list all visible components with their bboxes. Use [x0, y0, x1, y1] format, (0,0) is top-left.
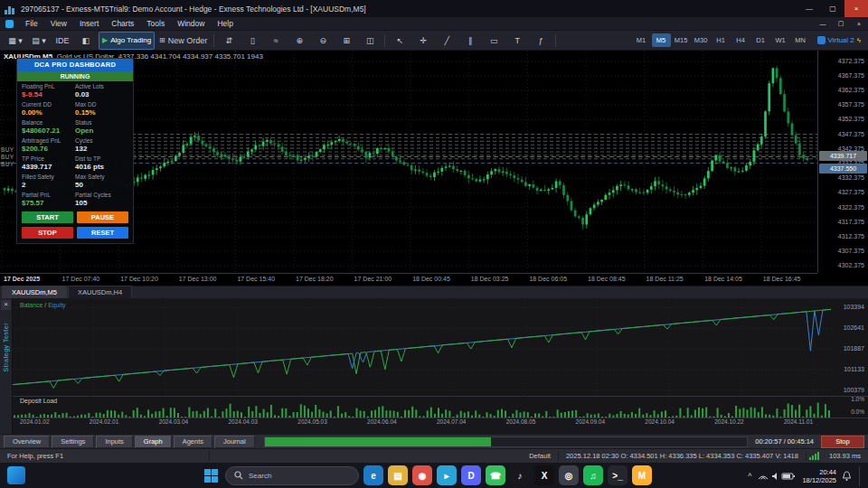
start-button[interactable]: START [22, 211, 73, 223]
mt5-window: 297065137 - Exness-MT5Trial9: Demo Accou… [0, 0, 868, 488]
search-input[interactable]: Search [225, 466, 359, 485]
child-restore-button[interactable]: ▢ [832, 17, 850, 30]
pause-button[interactable]: PAUSE [77, 211, 128, 223]
zoom-in-button[interactable]: ⊕ [288, 33, 310, 49]
trendline-button[interactable]: ╱ [436, 33, 458, 49]
dashboard-field-label: Max DD [75, 101, 128, 108]
line-chart-button[interactable]: ≈ [265, 33, 287, 49]
timeframe-h1[interactable]: H1 [712, 33, 731, 47]
price-axis[interactable]: 4372.3754367.3754362.3754357.3754352.375… [817, 51, 868, 273]
show-desktop-strip[interactable] [859, 466, 863, 486]
grid-button[interactable]: ⊞ [335, 33, 357, 49]
taskbar-app-obs[interactable]: ◎ [559, 465, 579, 485]
metaeditor-button[interactable]: ◧ [75, 33, 97, 49]
tester-graph-area[interactable]: Balance / Equity Deposit Load 1.0% 0.0% … [13, 298, 868, 434]
menu-insert[interactable]: Insert [73, 17, 105, 30]
taskbar-app-edge[interactable]: e [363, 465, 383, 485]
status-bar: For Help, press F1 Default 2025.12.18 02… [0, 448, 868, 462]
time-label: 18 Dec 06:05 [529, 276, 567, 282]
crosshair-button[interactable]: ✛ [412, 33, 434, 49]
start-button-windows[interactable] [201, 465, 221, 485]
new-order-button[interactable]: ⊞New Order [156, 33, 210, 49]
notifications-bell-icon[interactable] [842, 471, 852, 482]
tester-tab-graph[interactable]: Graph [135, 436, 172, 448]
tester-tab-inputs[interactable]: Inputs [96, 436, 132, 448]
tester-tab-agents[interactable]: Agents [174, 436, 212, 448]
new-order-button-label: New Order [168, 36, 208, 45]
menu-charts[interactable]: Charts [105, 17, 140, 30]
taskbar-app-folder[interactable]: ▤ [388, 465, 408, 485]
tester-tab-bar: OverviewSettingsInputsGraphAgentsJournal… [0, 434, 868, 448]
taskbar-app-spotify[interactable]: ♫ [583, 465, 603, 485]
menu-file[interactable]: File [19, 17, 44, 30]
algo-trading-button[interactable]: ▶Algo Trading [99, 32, 155, 50]
taskbar-app-telegram[interactable]: ▸ [437, 465, 457, 485]
taskbar-app-x[interactable]: X [534, 465, 554, 485]
channel-button[interactable]: ∥ [459, 33, 481, 49]
price-label: 4367.375 [838, 72, 864, 79]
taskbar-app-tiktok[interactable]: ♪ [510, 465, 530, 485]
menu-logo-icon [5, 20, 14, 28]
tray-system-icons[interactable] [757, 471, 797, 482]
menu-window[interactable]: Window [171, 17, 211, 30]
new-chart-button[interactable]: ▦ ▾ [5, 33, 26, 49]
timeframe-w1[interactable]: W1 [771, 33, 790, 47]
taskbar-app-mt5[interactable]: M [632, 465, 652, 485]
deposit-load-label: Deposit Load [20, 398, 57, 404]
tester-tab-journal[interactable]: Journal [214, 436, 255, 448]
chart-window[interactable]: XAUUSDm,M5 Gold vs US Dollar 4337.336 43… [0, 51, 868, 286]
close-tester-button[interactable]: × [1, 300, 11, 310]
ide-button[interactable]: IDE [52, 33, 73, 49]
maximize-button[interactable]: ▢ [821, 0, 844, 17]
dashboard-cell: Arbitraged PnL$200.76 [22, 137, 75, 153]
candle-chart-button[interactable]: ▯ [241, 33, 263, 49]
shapes-button[interactable]: ▭ [483, 33, 505, 49]
taskbar-app-discord[interactable]: D [461, 465, 481, 485]
taskbar-app-terminal[interactable]: >_ [608, 465, 627, 485]
mt5-logo-icon [5, 4, 15, 14]
legend-balance: Balance [20, 302, 42, 308]
taskbar-clock[interactable]: 20:44 18/12/2025 [802, 468, 836, 484]
time-label: 17 Dec 07:40 [62, 276, 100, 282]
tray-chevron-icon[interactable]: ^ [748, 472, 751, 481]
widgets-icon[interactable] [7, 466, 25, 484]
menu-help[interactable]: Help [211, 17, 239, 30]
profile-name[interactable]: Default [522, 451, 559, 461]
bar-chart-button[interactable]: ⇵ [218, 33, 240, 49]
child-close-button[interactable]: × [850, 17, 868, 30]
tester-tab-overview[interactable]: Overview [4, 436, 50, 448]
timeframe-mn[interactable]: MN [791, 33, 810, 47]
chart-tab-xauusdm-m5[interactable]: XAUUSDm,M5 [2, 286, 67, 298]
virtual-hosting-button[interactable]: Virtual 2 ϟ [814, 36, 864, 44]
timeframe-m5[interactable]: M5 [652, 33, 671, 47]
taskbar-app-chrome[interactable]: ◉ [412, 465, 432, 485]
stop-test-button[interactable]: Stop [821, 436, 864, 448]
menu-tools[interactable]: Tools [140, 17, 171, 30]
zoom-out-button[interactable]: ⊖ [312, 33, 334, 49]
menu-view[interactable]: View [44, 17, 73, 30]
text-label-button[interactable]: T [506, 33, 528, 49]
taskbar-app-whatsapp[interactable]: ☎ [486, 465, 505, 485]
timeframe-m1[interactable]: M1 [632, 33, 651, 47]
indicators-button[interactable]: ƒ [530, 33, 552, 49]
timeframe-m30[interactable]: M30 [692, 33, 711, 47]
close-button[interactable]: × [844, 0, 868, 17]
profiles-button[interactable]: ▤ ▾ [28, 33, 50, 49]
dashboard-cell: Filled Safety2 [22, 174, 75, 189]
bar-chart-button-label: ⇵ [226, 36, 233, 45]
dashboard-field-value: $480607.21 [22, 127, 75, 135]
chart-tab-xauusdm-h4[interactable]: XAUUSDm,H4 [68, 286, 132, 298]
tile-windows-button[interactable]: ◫ [359, 33, 381, 49]
minimize-button[interactable]: — [797, 0, 821, 17]
timeframe-h4[interactable]: H4 [731, 33, 750, 47]
cursor-button[interactable]: ↖ [389, 33, 410, 49]
elapsed-time: 00:20:57 / 00:45:14 [755, 437, 814, 446]
time-axis[interactable]: 17 Dec 202517 Dec 07:4017 Dec 10:2017 De… [0, 273, 817, 286]
child-minimize-button[interactable]: — [814, 17, 832, 30]
reset-button[interactable]: RESET [77, 227, 128, 239]
price-label: 4357.375 [838, 101, 864, 108]
timeframe-m15[interactable]: M15 [672, 33, 691, 47]
stop-button[interactable]: STOP [22, 227, 73, 239]
timeframe-d1[interactable]: D1 [751, 33, 770, 47]
tester-tab-settings[interactable]: Settings [52, 436, 94, 448]
